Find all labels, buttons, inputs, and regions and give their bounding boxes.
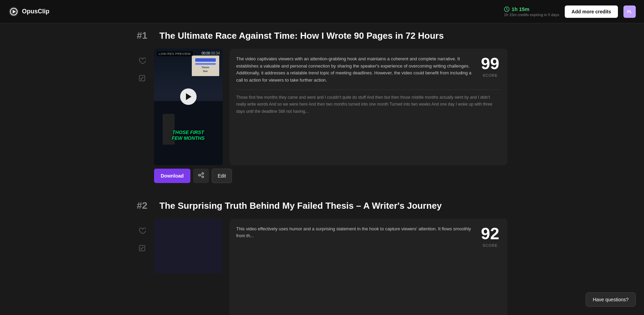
score-label-2: SCORE (480, 243, 501, 247)
logo-icon (8, 6, 19, 17)
play-icon (186, 93, 191, 100)
clip-actions-2 (137, 219, 147, 255)
slide: Thesis Due (192, 56, 219, 76)
caption-overlay: THOSE FIRST FEW MONTHS (154, 130, 223, 141)
clip-body-2: This video effectively uses humor and a … (137, 219, 507, 315)
caption-line1: THOSE FIRST (156, 130, 221, 135)
score-badge-1: 99 SCORE (480, 56, 501, 77)
divider-1 (236, 89, 501, 90)
main-content: #1 The Ultimate Race Against Time: How I… (116, 23, 528, 315)
credits-info: 1h 15m 1h 15m credits expiring in 5 days (504, 6, 559, 17)
video-container-1: Thesis Due THOSE FIRST FEW MONTHS LOW-RE… (154, 49, 223, 183)
add-credits-button[interactable]: Add more credits (565, 5, 618, 18)
score-description-2: This video effectively uses humor and a … (236, 226, 473, 240)
video-container-2 (154, 219, 223, 274)
clip-item-1: #1 The Ultimate Race Against Time: How I… (137, 30, 507, 183)
clip-item-2: #2 The Surprising Truth Behind My Failed… (137, 200, 507, 315)
thumbnail-scene: Thesis Due THOSE FIRST FEW MONTHS (154, 49, 223, 165)
slide-bar2 (195, 63, 216, 65)
video-controls-1: Download Edit (154, 169, 223, 183)
dislike-button-1[interactable] (137, 73, 147, 85)
clip-info-1: The video captivates viewers with an att… (230, 49, 507, 165)
clip-rank-1: #1 (137, 30, 154, 41)
download-button-1[interactable]: Download (154, 169, 191, 183)
logo-text: OpusClip (22, 8, 49, 15)
clip-rank-2: #2 (137, 200, 154, 211)
score-panel-2: This video effectively uses humor and a … (236, 226, 501, 247)
clip-body-1: Thesis Due THOSE FIRST FEW MONTHS LOW-RE… (137, 49, 507, 183)
heart-icon (138, 57, 146, 64)
share-button-1[interactable] (193, 169, 209, 183)
like-button-2[interactable] (137, 226, 147, 238)
svg-point-7 (199, 174, 200, 176)
score-badge-2: 92 SCORE (480, 226, 501, 247)
caption-line2: FEW MONTHS (156, 135, 221, 141)
avatar-button[interactable]: PL (623, 5, 636, 18)
video-thumbnail-1: Thesis Due THOSE FIRST FEW MONTHS LOW-RE… (154, 49, 223, 165)
preview-badge-1: LOW-RES PREVIEW (157, 51, 193, 56)
transcript-text-1: Those first few months they came and wen… (236, 94, 501, 115)
dislike-button-2[interactable] (137, 243, 147, 255)
clip-actions-1 (137, 49, 147, 85)
credits-expiry: 1h 15m credits expiring in 5 days (504, 13, 559, 17)
share-icon (198, 172, 204, 178)
thumbsdown-icon-2 (138, 244, 146, 252)
score-label-1: SCORE (480, 73, 501, 77)
score-number-2: 92 (480, 226, 501, 242)
credits-timer: 1h 15m (504, 6, 559, 12)
have-questions-button[interactable]: Have questions? (586, 292, 636, 307)
clock-icon (504, 7, 510, 12)
header-right: 1h 15m 1h 15m credits expiring in 5 days… (504, 5, 636, 18)
score-description-1: The video captivates viewers with an att… (236, 56, 473, 84)
timestamp-total: 00:34 (211, 51, 220, 55)
slide-caption: Thesis (201, 66, 209, 69)
clip-info-2: This video effectively uses humor and a … (230, 219, 507, 315)
like-button-1[interactable] (137, 56, 147, 68)
clip-title-2: The Surprising Truth Behind My Failed Th… (160, 200, 442, 212)
play-button-1[interactable] (180, 88, 197, 105)
svg-point-6 (202, 176, 204, 178)
slide-bar1 (195, 58, 216, 62)
score-number-1: 99 (480, 56, 501, 72)
svg-point-5 (202, 172, 204, 174)
timestamp-current: 00:00 (202, 51, 210, 55)
edit-button-1[interactable]: Edit (212, 169, 232, 183)
clip-header-2: #2 The Surprising Truth Behind My Failed… (137, 200, 507, 212)
header: OpusClip 1h 15m 1h 15m credits expiring … (0, 0, 644, 23)
slide-caption2: Due (203, 70, 208, 72)
video-timestamp-1: 00:00 00:34 (202, 51, 220, 55)
score-panel-1: The video captivates viewers with an att… (236, 56, 501, 84)
clip-title-1: The Ultimate Race Against Time: How I Wr… (160, 30, 444, 42)
logo-area: OpusClip (8, 6, 49, 17)
clip-header-1: #1 The Ultimate Race Against Time: How I… (137, 30, 507, 42)
video-thumbnail-2 (154, 219, 223, 274)
heart-icon-2 (138, 227, 146, 234)
thumbsdown-icon (138, 74, 146, 82)
